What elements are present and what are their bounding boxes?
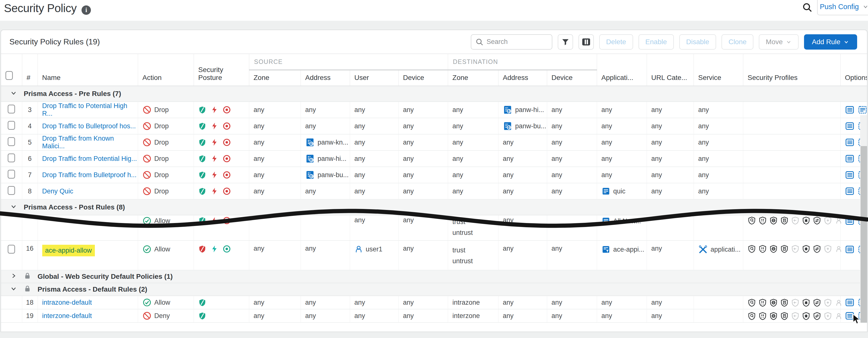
col-action[interactable]: Action: [138, 54, 194, 86]
rule-row[interactable]: 5Drop Traffic from Known Malici...Dropan…: [1, 134, 867, 150]
row-select-cell[interactable]: [1, 118, 22, 134]
col-dest-address[interactable]: Address: [498, 70, 547, 86]
delete-button[interactable]: Delete: [599, 34, 633, 49]
group-row[interactable]: Prisma Access - Default Rules (2): [1, 283, 867, 296]
source-zone: any: [249, 241, 301, 270]
vertical-scrollbar-thumb[interactable]: [861, 146, 867, 323]
row-select-cell[interactable]: [1, 150, 22, 167]
chevron-down-icon[interactable]: [10, 89, 17, 98]
row-checkbox[interactable]: [8, 186, 15, 195]
chevron-down-icon[interactable]: [10, 285, 17, 294]
chevron-down-icon[interactable]: [10, 203, 17, 212]
shield-green-icon: [198, 299, 206, 306]
rule-row[interactable]: 16ace-appid-allowAllowanyanyuser1anytrus…: [1, 241, 867, 270]
rule-row[interactable]: AllowanyanytrustuntrustanyAll New...: [1, 215, 867, 241]
info-icon[interactable]: i: [82, 5, 91, 15]
rule-row[interactable]: 18intrazone-defaultAllowanyanyanyanyintr…: [1, 296, 867, 309]
rule-row[interactable]: 19interzone-defaultDenyanyanyanyanyinter…: [1, 309, 867, 323]
destination-address: any: [498, 309, 547, 323]
chevron-right-icon[interactable]: [10, 272, 17, 281]
rule-name[interactable]: Drop Traffic to Bulletproof hos...: [37, 118, 138, 134]
drop-icon: [143, 154, 151, 163]
row-checkbox[interactable]: [8, 154, 15, 162]
group-row[interactable]: Prisma Access - Pre Rules (7): [1, 86, 867, 102]
row-checkbox[interactable]: [8, 245, 15, 253]
columns-button[interactable]: [579, 34, 594, 49]
col-dest-zone[interactable]: Zone: [448, 70, 498, 86]
push-config-button[interactable]: Push Config: [817, 0, 868, 15]
source-user: any: [350, 150, 398, 167]
col-security-profiles[interactable]: Security Profiles: [743, 54, 840, 86]
rule-name[interactable]: ace-appid-allow: [37, 241, 138, 270]
row-checkbox[interactable]: [8, 137, 15, 146]
allow-icon: [143, 298, 151, 307]
group-label: Prisma Access - Pre Rules (7): [24, 90, 121, 98]
col-security-posture[interactable]: Security Posture: [194, 54, 249, 86]
move-button[interactable]: Move: [759, 34, 798, 49]
col-name[interactable]: Name: [37, 54, 138, 86]
group-row[interactable]: Prisma Access - Post Rules (8): [1, 199, 867, 215]
application: ace-appi...: [597, 241, 647, 270]
source-zone: any: [249, 118, 301, 134]
target-teal-icon: [222, 245, 231, 253]
rules-search[interactable]: [471, 34, 552, 49]
vertical-scrollbar[interactable]: [860, 115, 867, 323]
rule-row[interactable]: 7Drop Traffic from Bulletproof h...Dropa…: [1, 167, 867, 183]
rule-name[interactable]: Drop Traffic from Known Malici...: [37, 134, 138, 150]
col-dest-device[interactable]: Device: [547, 70, 597, 86]
destination-zone: intrazone: [448, 296, 498, 309]
col-source-device[interactable]: Device: [398, 70, 448, 86]
rule-row[interactable]: 6Drop Traffic from Potential Hig...Dropa…: [1, 150, 867, 167]
group-row[interactable]: Global - Web Security Default Policies (…: [1, 270, 867, 283]
row-select-cell[interactable]: [1, 241, 22, 270]
col-application[interactable]: Applicati...: [597, 54, 647, 86]
log-icon: [845, 216, 855, 226]
col-options[interactable]: Options: [840, 54, 867, 86]
rule-name[interactable]: Drop Traffic from Bulletproof h...: [37, 167, 138, 183]
shield-swap-icon: [813, 299, 821, 307]
shield-spark-muted-icon: [824, 216, 832, 225]
rule-name[interactable]: [37, 215, 138, 241]
row-select-cell[interactable]: [1, 183, 22, 199]
log-icon: [845, 138, 855, 147]
enable-button[interactable]: Enable: [639, 34, 674, 49]
disable-button[interactable]: Disable: [679, 34, 716, 49]
col-source-address[interactable]: Address: [301, 70, 350, 86]
rule-name[interactable]: interzone-default: [37, 309, 138, 323]
rule-name[interactable]: intrazone-default: [37, 296, 138, 309]
col-source-user[interactable]: User: [350, 70, 398, 86]
source-device: any: [398, 296, 448, 309]
row-select-cell[interactable]: [1, 167, 22, 183]
rule-row[interactable]: 3Drop Traffic to Potential High R...Drop…: [1, 102, 867, 118]
rule-name[interactable]: Drop Traffic from Potential Hig...: [37, 150, 138, 167]
rule-row[interactable]: 4Drop Traffic to Bulletproof hos...Dropa…: [1, 118, 867, 134]
rule-name[interactable]: Drop Traffic to Potential High R...: [37, 102, 138, 118]
row-select-cell[interactable]: [1, 102, 22, 118]
select-all-checkbox[interactable]: [5, 71, 13, 80]
search-input[interactable]: [487, 38, 544, 46]
rule-row[interactable]: 8Deny QuicDropanyanyanyanyanyanyanyquica…: [1, 183, 867, 199]
col-url-category[interactable]: URL Cate...: [647, 54, 693, 86]
source-device: any: [398, 102, 448, 118]
add-rule-button[interactable]: Add Rule: [804, 34, 857, 49]
application: All New...: [597, 215, 647, 241]
col-source-zone[interactable]: Zone: [249, 70, 301, 86]
shield-arrow-muted-icon: [791, 312, 799, 320]
security-posture: [194, 134, 249, 150]
row-checkbox[interactable]: [8, 105, 15, 113]
col-service[interactable]: Service: [693, 54, 743, 86]
rule-number: 8: [22, 183, 37, 199]
shield-alert-icon: [758, 216, 767, 225]
url-category: any: [647, 296, 693, 309]
row-checkbox[interactable]: [8, 121, 15, 130]
rule-action: Allow: [138, 215, 194, 241]
row-select-cell[interactable]: [1, 134, 22, 150]
chev-right-icon: [10, 272, 17, 279]
rule-number: 6: [22, 150, 37, 167]
row-checkbox[interactable]: [8, 170, 15, 179]
filter-button[interactable]: [558, 34, 573, 49]
shield-bug-icon: [802, 245, 810, 253]
rule-name[interactable]: Deny Quic: [37, 183, 138, 199]
clone-button[interactable]: Clone: [721, 34, 753, 49]
search-icon[interactable]: [802, 2, 813, 13]
